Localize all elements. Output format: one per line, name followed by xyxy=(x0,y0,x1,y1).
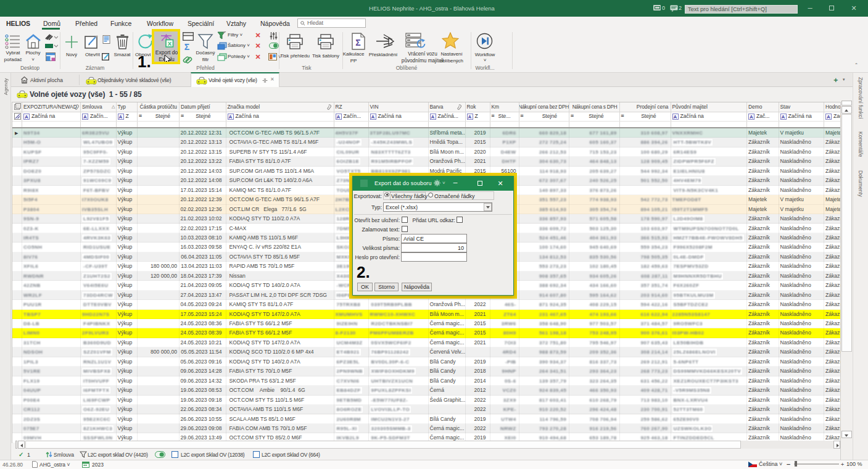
svg-text:Σ: Σ xyxy=(355,38,360,48)
